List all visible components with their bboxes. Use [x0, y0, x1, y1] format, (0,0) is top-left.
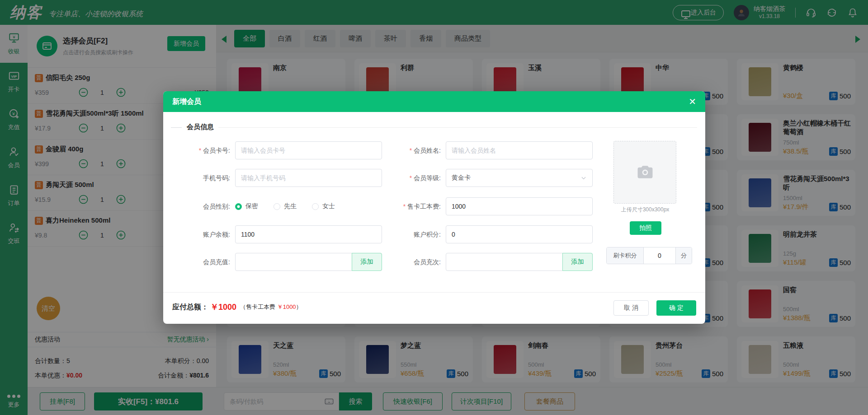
- radio-dot-icon: [274, 203, 280, 210]
- card-fee-label: 售卡工本费:: [378, 197, 441, 215]
- points-input[interactable]: [446, 225, 593, 243]
- modal-title: 新增会员: [172, 97, 201, 107]
- payable-note: （售卡工本费 ￥1000）: [240, 303, 302, 311]
- close-icon[interactable]: ✕: [689, 97, 696, 106]
- cancel-button[interactable]: 取 消: [613, 300, 649, 316]
- chevron-down-icon: [580, 175, 587, 181]
- card-fee-input[interactable]: [446, 197, 593, 215]
- swipe-points-unit: 分: [675, 247, 692, 264]
- section-title: 会员信息: [187, 123, 214, 131]
- swipe-points-label: 刷卡积分: [607, 247, 644, 264]
- radio-dot-icon: [235, 203, 242, 210]
- times-add-button[interactable]: 添加: [562, 253, 593, 271]
- level-label: 会员等级:: [378, 169, 441, 187]
- confirm-button[interactable]: 确 定: [656, 300, 696, 316]
- section-member-info: 会员信息: [163, 123, 705, 132]
- gender-option-label: 先生: [284, 202, 297, 210]
- points-label: 账户积分:: [378, 225, 441, 243]
- gender-radio-group: 保密先生女士: [235, 197, 335, 215]
- photo-upload-box[interactable]: [613, 141, 676, 204]
- modal-header: 新增会员 ✕: [163, 91, 705, 112]
- radio-dot-icon: [312, 203, 319, 210]
- swipe-points-input[interactable]: [644, 247, 675, 264]
- card-no-label: 会员卡号:: [168, 141, 230, 159]
- times-label: 会员充次:: [378, 253, 441, 271]
- payable-label: 应付总额：: [172, 303, 208, 312]
- gender-option-label: 保密: [245, 202, 258, 210]
- gender-radio-女士[interactable]: 女士: [312, 202, 335, 210]
- gender-radio-保密[interactable]: 保密: [235, 202, 258, 210]
- modal-footer-divider: [163, 292, 705, 293]
- phone-label: 手机号码:: [168, 169, 230, 187]
- payable-value: ￥1000: [210, 302, 236, 312]
- recharge-add-button[interactable]: 添加: [352, 253, 382, 271]
- member-level-value: 黄金卡: [452, 174, 471, 182]
- gender-radio-先生[interactable]: 先生: [274, 202, 297, 210]
- new-member-modal: 新增会员 ✕ 会员信息 会员卡号: 会员姓名: 手机号码: 会员等级: 黄金卡 …: [163, 91, 705, 324]
- pos-app: 纳客 专注单店、小连锁的收银系统 进入后台 纳客烟酒茶 v1.33.18 ¥收银…: [0, 0, 868, 415]
- gender-label: 会员性别:: [168, 197, 230, 215]
- recharge-label: 会员充值:: [168, 253, 230, 271]
- member-name-input[interactable]: [446, 141, 593, 159]
- name-label: 会员姓名:: [378, 141, 441, 159]
- modal-footer-total: 应付总额： ￥1000 （售卡工本费 ￥1000）: [172, 297, 302, 317]
- camera-icon: [635, 162, 655, 183]
- upload-hint: 上传尺寸300x300px: [600, 206, 690, 214]
- card-no-input[interactable]: [235, 141, 382, 159]
- phone-input[interactable]: [235, 169, 382, 187]
- gender-option-label: 女士: [322, 202, 335, 210]
- balance-label: 账户余额:: [168, 225, 230, 243]
- member-level-select[interactable]: 黄金卡: [446, 169, 593, 187]
- take-photo-button[interactable]: 拍照: [630, 221, 661, 235]
- balance-input[interactable]: [235, 225, 382, 243]
- swipe-points-group: 刷卡积分 分: [606, 247, 692, 264]
